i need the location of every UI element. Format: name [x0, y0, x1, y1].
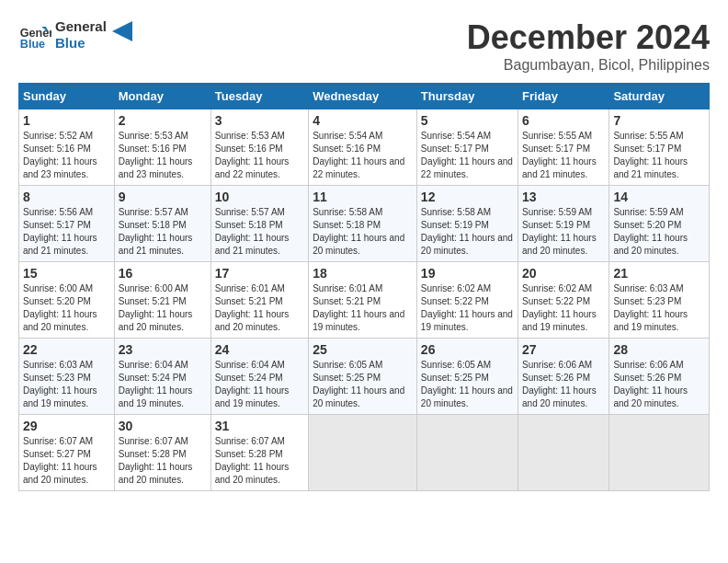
day-number: 19 [421, 266, 514, 281]
calendar-cell: 23 Sunrise: 6:04 AMSunset: 5:24 PMDaylig… [114, 339, 210, 415]
calendar-cell: 31 Sunrise: 6:07 AMSunset: 5:28 PMDaylig… [210, 415, 308, 491]
page-header: General Blue General Blue December 2024 … [18, 18, 710, 74]
calendar-cell: 8 Sunrise: 5:56 AMSunset: 5:17 PMDayligh… [19, 186, 115, 262]
day-info: Sunrise: 6:03 AMSunset: 5:23 PMDaylight:… [613, 283, 688, 332]
calendar-cell: 16 Sunrise: 6:00 AMSunset: 5:21 PMDaylig… [114, 262, 210, 339]
calendar-cell: 7 Sunrise: 5:55 AMSunset: 5:17 PMDayligh… [609, 109, 710, 186]
day-info: Sunrise: 5:53 AMSunset: 5:16 PMDaylight:… [215, 131, 290, 179]
svg-marker-3 [112, 21, 132, 41]
day-number: 24 [215, 342, 304, 357]
day-info: Sunrise: 6:00 AMSunset: 5:20 PMDaylight:… [23, 283, 97, 332]
day-info: Sunrise: 6:07 AMSunset: 5:28 PMDaylight:… [215, 436, 290, 485]
day-number: 8 [23, 190, 110, 204]
calendar-cell: 4 Sunrise: 5:54 AMSunset: 5:16 PMDayligh… [309, 109, 417, 186]
day-number: 21 [613, 266, 705, 281]
calendar-cell: 20 Sunrise: 6:02 AMSunset: 5:22 PMDaylig… [518, 262, 609, 339]
logo-icon: General Blue [18, 18, 51, 52]
day-info: Sunrise: 6:04 AMSunset: 5:24 PMDaylight:… [215, 360, 290, 408]
logo: General Blue General Blue [18, 18, 132, 52]
logo-arrow-icon [112, 21, 132, 41]
calendar-cell: 12 Sunrise: 5:58 AMSunset: 5:19 PMDaylig… [416, 186, 518, 262]
weekday-header-row: SundayMondayTuesdayWednesdayThursdayFrid… [19, 84, 710, 109]
day-info: Sunrise: 6:07 AMSunset: 5:27 PMDaylight:… [23, 436, 97, 485]
day-number: 15 [23, 266, 110, 281]
day-number: 5 [421, 113, 514, 128]
calendar-week-row: 22 Sunrise: 6:03 AMSunset: 5:23 PMDaylig… [19, 339, 710, 415]
calendar-cell: 14 Sunrise: 5:59 AMSunset: 5:20 PMDaylig… [609, 186, 710, 262]
day-info: Sunrise: 6:07 AMSunset: 5:28 PMDaylight:… [119, 436, 193, 485]
day-number: 26 [421, 342, 514, 357]
calendar-cell: 11 Sunrise: 5:58 AMSunset: 5:18 PMDaylig… [309, 186, 417, 262]
day-number: 29 [23, 419, 110, 433]
day-info: Sunrise: 5:52 AMSunset: 5:16 PMDaylight:… [23, 131, 97, 179]
day-info: Sunrise: 5:55 AMSunset: 5:17 PMDaylight:… [613, 131, 688, 179]
weekday-header: Tuesday [210, 84, 308, 109]
day-info: Sunrise: 5:57 AMSunset: 5:18 PMDaylight:… [119, 207, 193, 256]
logo-line1: General [55, 18, 107, 35]
calendar-cell [609, 415, 710, 491]
day-number: 3 [215, 113, 304, 128]
calendar-cell: 22 Sunrise: 6:03 AMSunset: 5:23 PMDaylig… [19, 339, 115, 415]
day-info: Sunrise: 5:58 AMSunset: 5:19 PMDaylight:… [421, 207, 513, 256]
calendar-cell: 26 Sunrise: 6:05 AMSunset: 5:25 PMDaylig… [416, 339, 518, 415]
calendar-cell: 30 Sunrise: 6:07 AMSunset: 5:28 PMDaylig… [114, 415, 210, 491]
day-number: 6 [522, 113, 605, 128]
day-number: 11 [313, 190, 413, 204]
calendar-cell: 27 Sunrise: 6:06 AMSunset: 5:26 PMDaylig… [518, 339, 609, 415]
day-info: Sunrise: 6:06 AMSunset: 5:26 PMDaylight:… [613, 360, 688, 408]
day-info: Sunrise: 5:54 AMSunset: 5:16 PMDaylight:… [313, 131, 404, 179]
calendar-subtitle: Bagumbayan, Bicol, Philippines [467, 57, 710, 74]
day-info: Sunrise: 5:54 AMSunset: 5:17 PMDaylight:… [421, 131, 513, 179]
day-info: Sunrise: 6:02 AMSunset: 5:22 PMDaylight:… [522, 283, 597, 332]
day-number: 30 [119, 419, 207, 433]
calendar-cell: 9 Sunrise: 5:57 AMSunset: 5:18 PMDayligh… [114, 186, 210, 262]
calendar-title: December 2024 [467, 18, 710, 57]
day-number: 27 [522, 342, 605, 357]
day-number: 14 [613, 190, 705, 204]
day-number: 1 [23, 113, 110, 128]
day-info: Sunrise: 5:55 AMSunset: 5:17 PMDaylight:… [522, 131, 597, 179]
calendar-cell [416, 415, 518, 491]
day-number: 23 [119, 342, 207, 357]
day-number: 18 [313, 266, 413, 281]
weekday-header: Friday [518, 84, 609, 109]
day-info: Sunrise: 6:01 AMSunset: 5:21 PMDaylight:… [215, 283, 290, 332]
day-info: Sunrise: 6:03 AMSunset: 5:23 PMDaylight:… [23, 360, 97, 408]
day-number: 22 [23, 342, 110, 357]
calendar-cell: 17 Sunrise: 6:01 AMSunset: 5:21 PMDaylig… [210, 262, 308, 339]
weekday-header: Wednesday [309, 84, 417, 109]
calendar-cell: 25 Sunrise: 6:05 AMSunset: 5:25 PMDaylig… [309, 339, 417, 415]
logo-line2: Blue [55, 35, 107, 52]
calendar-cell: 24 Sunrise: 6:04 AMSunset: 5:24 PMDaylig… [210, 339, 308, 415]
day-info: Sunrise: 6:06 AMSunset: 5:26 PMDaylight:… [522, 360, 597, 408]
calendar-cell [518, 415, 609, 491]
day-number: 12 [421, 190, 514, 204]
calendar-cell: 19 Sunrise: 6:02 AMSunset: 5:22 PMDaylig… [416, 262, 518, 339]
calendar-week-row: 8 Sunrise: 5:56 AMSunset: 5:17 PMDayligh… [19, 186, 710, 262]
calendar-cell: 2 Sunrise: 5:53 AMSunset: 5:16 PMDayligh… [114, 109, 210, 186]
day-info: Sunrise: 5:53 AMSunset: 5:16 PMDaylight:… [119, 131, 193, 179]
day-number: 28 [613, 342, 705, 357]
calendar-week-row: 1 Sunrise: 5:52 AMSunset: 5:16 PMDayligh… [19, 109, 710, 186]
calendar-week-row: 29 Sunrise: 6:07 AMSunset: 5:27 PMDaylig… [19, 415, 710, 491]
weekday-header: Thursday [416, 84, 518, 109]
weekday-header: Monday [114, 84, 210, 109]
day-number: 13 [522, 190, 605, 204]
calendar-week-row: 15 Sunrise: 6:00 AMSunset: 5:20 PMDaylig… [19, 262, 710, 339]
day-number: 7 [613, 113, 705, 128]
day-number: 17 [215, 266, 304, 281]
calendar-cell: 10 Sunrise: 5:57 AMSunset: 5:18 PMDaylig… [210, 186, 308, 262]
calendar-cell: 3 Sunrise: 5:53 AMSunset: 5:16 PMDayligh… [210, 109, 308, 186]
title-section: December 2024 Bagumbayan, Bicol, Philipp… [467, 18, 710, 74]
calendar-table: SundayMondayTuesdayWednesdayThursdayFrid… [18, 83, 710, 491]
day-number: 31 [215, 419, 304, 433]
weekday-header: Saturday [609, 84, 710, 109]
calendar-cell: 1 Sunrise: 5:52 AMSunset: 5:16 PMDayligh… [19, 109, 115, 186]
day-info: Sunrise: 5:59 AMSunset: 5:19 PMDaylight:… [522, 207, 597, 256]
day-info: Sunrise: 5:57 AMSunset: 5:18 PMDaylight:… [215, 207, 290, 256]
day-info: Sunrise: 6:02 AMSunset: 5:22 PMDaylight:… [421, 283, 513, 332]
calendar-cell: 29 Sunrise: 6:07 AMSunset: 5:27 PMDaylig… [19, 415, 115, 491]
day-number: 16 [119, 266, 207, 281]
day-info: Sunrise: 5:58 AMSunset: 5:18 PMDaylight:… [313, 207, 404, 256]
calendar-cell: 6 Sunrise: 5:55 AMSunset: 5:17 PMDayligh… [518, 109, 609, 186]
